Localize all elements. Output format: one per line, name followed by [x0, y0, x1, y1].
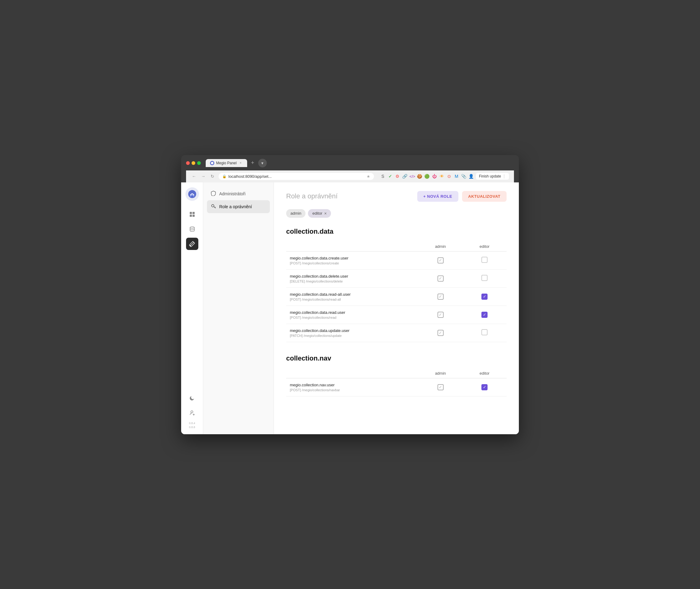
ext-avatar-icon: 👤	[469, 174, 474, 179]
check-cell-admin	[419, 287, 463, 306]
ext-ms-icon: M	[454, 174, 459, 179]
address-text: localhost:8090/app/set...	[228, 174, 272, 179]
permission-name: megio.collection.data.read.user	[290, 310, 415, 315]
sidebar-icon-tools[interactable]	[186, 238, 198, 250]
check-cell-editor	[462, 287, 507, 306]
sidebar-item-roles[interactable]: Role a oprávnění	[207, 200, 270, 213]
table-row: megio.collection.data.create.user[POST] …	[286, 251, 507, 269]
ext-cookie-icon: 🍪	[417, 174, 423, 179]
active-tab[interactable]: Megio Panel ×	[206, 159, 247, 167]
check-cell-editor	[462, 324, 507, 342]
ext-link-icon: 🔗	[402, 174, 408, 179]
permission-name: megio.collection.data.read-all.user	[290, 292, 415, 297]
tab-close-btn[interactable]: ×	[239, 161, 243, 165]
ext-code-icon: </>	[410, 174, 415, 179]
reload-btn[interactable]: ↻	[209, 173, 216, 179]
checkbox-admin[interactable]	[438, 293, 444, 300]
role-tag-admin-label: admin	[290, 211, 301, 216]
check-cell-admin	[419, 324, 463, 342]
icon-sidebar: 0.8.4 0.8.8	[181, 182, 203, 434]
app-logo[interactable]	[186, 187, 199, 201]
back-btn[interactable]: ←	[191, 173, 197, 179]
permission-path: [POST] /megio/collections/read-all	[290, 298, 415, 301]
col-header-editor: editor	[462, 242, 507, 251]
check-cell-editor	[462, 306, 507, 324]
checkbox-admin[interactable]	[438, 257, 444, 263]
checkbox-editor[interactable]	[481, 275, 488, 281]
tab-menu-btn[interactable]: ▾	[258, 159, 267, 167]
address-bar[interactable]: 🔒 localhost:8090/app/set... ★	[219, 173, 374, 180]
new-tab-btn[interactable]: +	[248, 159, 257, 167]
svg-rect-3	[193, 212, 195, 214]
sidebar-item-roles-label: Role a oprávnění	[219, 204, 252, 209]
browser-tabs: Megio Panel × + ▾	[206, 159, 267, 167]
sidebar-icon-user-plus[interactable]	[186, 407, 198, 419]
header-actions: + NOVÁ ROLE AKTUALIZOVAT	[417, 191, 507, 202]
key-icon	[211, 203, 216, 210]
permission-path: [POST] /megio/collections/read	[290, 316, 415, 319]
ext-puzzle-icon: 🟢	[424, 174, 430, 179]
tab-favicon	[210, 161, 214, 165]
checkbox-admin[interactable]	[438, 275, 444, 281]
table-row: megio.collection.data.read-all.user[POST…	[286, 287, 507, 306]
ext-circle-icon: ⊙	[446, 174, 452, 179]
maximize-traffic-light[interactable]	[197, 161, 201, 165]
browser-titlebar: Megio Panel × + ▾ ← → ↻ 🔒 localhost:8090…	[181, 155, 519, 182]
nova-role-button[interactable]: + NOVÁ ROLE	[417, 191, 458, 202]
sidebar-icon-dashboard[interactable]	[186, 208, 198, 220]
checkbox-admin[interactable]	[438, 312, 444, 318]
checkbox-admin[interactable]	[438, 384, 444, 390]
checkbox-editor[interactable]	[481, 329, 488, 335]
check-cell-admin	[419, 269, 463, 287]
aktualizovat-button[interactable]: AKTUALIZOVAT	[462, 191, 507, 202]
ext-gear-icon: ⚙	[395, 174, 400, 179]
svg-rect-2	[190, 212, 192, 214]
permissions-table: admineditormegio.collection.data.create.…	[286, 242, 507, 342]
checkbox-editor[interactable]	[481, 293, 488, 300]
app-container: 0.8.4 0.8.8 Administrátoři	[181, 182, 519, 434]
finish-update-button[interactable]: Finish update ⋮	[476, 173, 509, 180]
permission-name: megio.collection.data.update.user	[290, 328, 415, 333]
col-header-admin: admin	[419, 242, 463, 251]
sidebar-icon-moon[interactable]	[186, 392, 198, 404]
traffic-lights	[186, 161, 201, 165]
sidebar-icon-database[interactable]	[186, 223, 198, 235]
permissions-table: admineditormegio.collection.nav.user[POS…	[286, 369, 507, 396]
role-tag-admin[interactable]: admin	[286, 209, 305, 218]
browser-window: Megio Panel × + ▾ ← → ↻ 🔒 localhost:8090…	[181, 155, 519, 434]
role-tag-editor-close[interactable]: ×	[324, 211, 327, 216]
checkbox-editor[interactable]	[481, 312, 488, 318]
permission-path: [POST] /megio/collections/create	[290, 261, 415, 265]
ext-s-icon: S	[380, 174, 386, 179]
forward-btn[interactable]: →	[200, 173, 206, 179]
permission-group-collection.nav: collection.navadmineditormegio.collectio…	[286, 354, 507, 396]
permission-name: megio.collection.data.create.user	[290, 256, 415, 260]
minimize-traffic-light[interactable]	[192, 161, 195, 165]
role-tag-editor[interactable]: editor ×	[308, 209, 331, 218]
checkbox-editor[interactable]	[481, 384, 488, 390]
col-header-editor: editor	[462, 369, 507, 378]
sidebar-item-administrators[interactable]: Administrátoři	[207, 187, 270, 200]
page-title: Role a oprávnění	[286, 192, 338, 200]
browser-extensions: S ✓ ⚙ 🔗 </> 🍪 🟢 ⏻ 👁 ⊙ M 📎 👤 Finish updat…	[380, 173, 509, 180]
main-content: Role a oprávnění + NOVÁ ROLE AKTUALIZOVA…	[274, 182, 519, 434]
permission-name: megio.collection.nav.user	[290, 383, 415, 387]
checkbox-editor[interactable]	[481, 257, 488, 263]
permission-path: [DELETE] /megio/collections/delete	[290, 279, 415, 283]
close-traffic-light[interactable]	[186, 161, 190, 165]
checkbox-admin[interactable]	[438, 330, 444, 336]
ext-eye-icon: 👁	[439, 174, 445, 179]
version-display: 0.8.4 0.8.8	[189, 421, 195, 429]
svg-rect-5	[193, 215, 195, 217]
permission-path: [PATCH] /megio/collections/update	[290, 334, 415, 338]
check-cell-admin	[419, 306, 463, 324]
finish-update-label: Finish update	[479, 174, 501, 178]
tab-title: Megio Panel	[216, 161, 237, 165]
ext-v-icon: ✓	[388, 174, 393, 179]
group-title: collection.nav	[286, 354, 507, 362]
sidebar-item-administrators-label: Administrátoři	[219, 191, 246, 196]
table-row: megio.collection.data.update.user[PATCH]…	[286, 324, 507, 342]
nav-sidebar: Administrátoři Role a oprávnění	[203, 182, 274, 434]
ext-clip-icon: 📎	[461, 174, 467, 179]
shield-icon	[211, 190, 216, 197]
